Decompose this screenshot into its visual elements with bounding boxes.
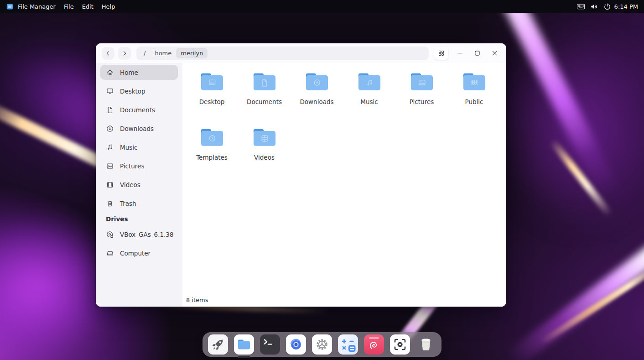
maximize-icon (473, 49, 481, 57)
folder-pictures[interactable]: Pictures (395, 71, 448, 127)
dock-settings[interactable] (312, 334, 332, 355)
sidebar-item-trash[interactable]: Trash (100, 196, 178, 211)
sidebar-item-label: Music (120, 144, 137, 151)
minimize-button[interactable] (454, 47, 466, 59)
file-manager-app-icon (6, 3, 14, 10)
screenshot-icon (390, 334, 410, 355)
pictures-icon (106, 162, 114, 170)
wallpaper-streak (498, 0, 620, 199)
dock-trash[interactable] (416, 334, 436, 355)
browser-icon (286, 334, 306, 355)
menu-edit[interactable]: Edit (78, 3, 98, 10)
calculator-icon (338, 334, 358, 355)
sidebar-drives-list: VBox_GAs_6.1.38Computer (100, 227, 178, 261)
window-controls (448, 47, 500, 59)
menubar-menus: FileEditHelp (60, 3, 119, 10)
minimize-icon (456, 49, 464, 57)
folder-templates[interactable]: Templates (186, 127, 238, 183)
close-button[interactable] (488, 47, 500, 59)
dock-screenshot[interactable] (390, 334, 410, 355)
optical-disc-icon (106, 230, 114, 239)
sidebar-item-label: Pictures (120, 162, 144, 170)
menubar: File Manager FileEditHelp 6:14 PM (0, 0, 644, 13)
dock-terminal[interactable] (260, 334, 280, 355)
folder-label: Downloads (300, 98, 333, 105)
downloads-icon (106, 125, 114, 133)
sidebar-item-label: Videos (120, 181, 140, 188)
folder-label: Pictures (410, 98, 434, 105)
rocket-icon (208, 334, 228, 355)
sidebar-item-label: Documents (120, 106, 155, 114)
folder-label: Desktop (199, 98, 225, 105)
folder-documents[interactable]: Documents (238, 71, 291, 127)
folder-label: Documents (247, 98, 282, 105)
sidebar-item-desktop[interactable]: Desktop (100, 83, 178, 99)
folder-view: DesktopDocumentsDownloadsMusicPicturesPu… (182, 63, 506, 307)
dock-launcher[interactable] (208, 334, 228, 355)
forward-button[interactable] (118, 47, 131, 60)
music-icon (106, 143, 114, 151)
videos-icon (106, 181, 114, 189)
sidebar-item-downloads[interactable]: Downloads (100, 121, 178, 136)
folder-icon (357, 71, 382, 92)
back-button[interactable] (102, 47, 114, 60)
gear-icon (312, 334, 332, 355)
breadcrumb-segment-[interactable]: / (139, 48, 150, 58)
folder-downloads[interactable]: Downloads (291, 71, 343, 127)
breadcrumb: /homemerilyn (136, 47, 429, 60)
trash-bin-icon (416, 334, 436, 355)
running-indicator (238, 356, 250, 358)
sidebar-item-videos[interactable]: Videos (100, 177, 178, 192)
clock[interactable]: 6:14 PM (614, 3, 638, 10)
computer-icon (106, 249, 114, 257)
dock-browser[interactable] (286, 334, 306, 355)
wallpaper-streak (539, 258, 644, 345)
folder-music[interactable]: Music (343, 71, 395, 127)
folder-label: Videos (254, 154, 275, 161)
sidebar-drive-vbox-gas-6-1-38[interactable]: VBox_GAs_6.1.38 (100, 227, 178, 242)
trash-icon (106, 199, 114, 208)
sidebar-item-documents[interactable]: Documents (100, 102, 178, 117)
window-body: HomeDesktopDocumentsDownloadsMusicPictur… (96, 63, 506, 307)
folder-icon (252, 127, 277, 148)
sidebar-item-label: Home (120, 69, 138, 76)
sidebar-item-music[interactable]: Music (100, 140, 178, 155)
sidebar-item-home[interactable]: Home (100, 65, 178, 80)
folder-icon (462, 71, 487, 92)
menu-help[interactable]: Help (98, 3, 119, 10)
keyboard-icon[interactable] (576, 1, 586, 11)
dock-app-store[interactable] (364, 334, 384, 355)
chevron-right-icon (121, 50, 128, 57)
sidebar-drive-label: VBox_GAs_6.1.38 (120, 231, 174, 238)
window-header: /homemerilyn (96, 43, 506, 63)
folder-desktop[interactable]: Desktop (186, 71, 238, 127)
sidebar-item-pictures[interactable]: Pictures (100, 158, 178, 173)
terminal-icon (260, 334, 280, 355)
wallpaper-streak (505, 224, 644, 360)
folder-public[interactable]: Public (448, 71, 500, 127)
sidebar-drive-computer[interactable]: Computer (100, 245, 178, 261)
folder-videos[interactable]: Videos (238, 127, 291, 183)
volume-icon[interactable] (589, 1, 599, 11)
file-manager-window: /homemerilyn HomeDesktopDocumentsDownloa… (96, 43, 506, 307)
dock-file-manager[interactable] (234, 334, 254, 355)
spiral-icon (364, 334, 384, 355)
folder-label: Music (360, 98, 378, 105)
wallpaper-streak (549, 138, 619, 225)
sidebar-places-list: HomeDesktopDocumentsDownloadsMusicPictur… (100, 65, 178, 211)
folder-icon (200, 71, 224, 92)
maximize-button[interactable] (471, 47, 483, 59)
grid-view-button[interactable] (434, 47, 448, 60)
dock-calculator[interactable] (338, 334, 358, 355)
grid-view-icon (437, 49, 445, 57)
power-icon[interactable] (602, 1, 613, 11)
documents-icon (106, 106, 114, 114)
menu-file[interactable]: File (60, 3, 78, 10)
breadcrumb-segment-home[interactable]: home (150, 48, 176, 58)
folder-icon (252, 71, 277, 92)
breadcrumb-segment-merilyn[interactable]: merilyn (176, 48, 208, 58)
sidebar-item-label: Downloads (120, 125, 154, 132)
active-app-name: File Manager (18, 3, 56, 10)
close-icon (491, 49, 499, 57)
folder-label: Templates (196, 154, 228, 161)
